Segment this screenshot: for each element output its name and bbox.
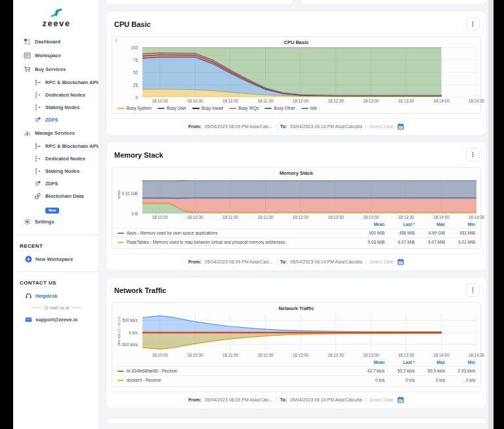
sidebar-item-manage-rpc-blockchain-apis[interactable]: RPC & Blockchain APIs [18,140,94,152]
sidebar-item-buy-staking-nodes[interactable]: Staking Nodes [18,101,94,114]
x-tick-label: 18:12:30 [327,353,344,357]
legend-swatch [117,371,124,372]
helpdesk-link[interactable]: Helpdesk [18,290,94,302]
legend-item[interactable]: Busy User [158,106,186,110]
recent-header: RECENT [18,241,94,253]
sidebar-item-blockchain-data[interactable]: Blockchain Data [18,190,94,202]
select-date-button[interactable]: Select Date: [369,258,404,265]
to-label: To: [280,260,287,264]
panel-menu-button[interactable] [466,148,480,162]
sidebar-item-manage-staking-nodes[interactable]: Staking Nodes [18,165,94,177]
sidebar-item-buy-zdfs[interactable]: ZDFS [18,114,94,126]
panel-header: Memory Stack [114,148,480,162]
zeeve-logo[interactable]: zeeve [18,8,94,28]
stat-value: 453 MiB [445,231,475,235]
memory-chart: Memory Stack bytes 9.31 GiB0 B 18:10:001… [112,167,481,249]
legend-swatch [192,108,200,109]
legend-row[interactable]: Apps - Memory used by user-space applica… [116,228,476,237]
sidebar-item-manage-services[interactable]: Manage Services [18,126,94,140]
sidebar-item-dashboard[interactable]: Dashboard [18,35,94,49]
calendar-icon [397,123,404,130]
network-traffic-panel: Network Traffic Network Traffic bits out… [106,277,487,409]
legend-label: Busy Iowait [201,106,223,110]
legend-row[interactable]: PageTables - Memory used to map between … [116,237,476,246]
manage-icon [24,129,31,137]
legend-swatch [117,380,124,381]
panel-header: CPU Basic [114,17,480,31]
partial-card-bottom [106,417,487,423]
info-icon: i [116,38,117,43]
network-chart: Network Traffic bits out (-) / in (+) 50… [112,302,481,387]
x-tick-label: 18:10:00 [152,215,169,219]
sidebar-item-manage-zdfs[interactable]: ZDFS [18,177,94,190]
new-workspace-button[interactable]: New Workspace [18,253,94,265]
stat-column-header[interactable]: Mean [354,222,385,227]
stat-column-header[interactable]: Last * [385,360,415,365]
sidebar-divider [13,271,98,272]
sidebar-item-buy-services[interactable]: Buy Services [18,62,94,76]
sidebar-item-buy-rpc-blockchain-apis[interactable]: RPC & Blockchain APIs [18,76,94,89]
x-tick-label: 18:14:00 [433,353,450,357]
select-date-button[interactable]: Select Date: [369,123,404,130]
sidebar-item-buy-dedicated-nodes[interactable]: Dedicated Nodes [18,89,94,101]
sidebar-item-label: ZDFS [45,117,58,123]
sidebar-item-manage-dedicated-nodes[interactable]: Dedicated Nodes [18,152,94,165]
logo-text: zeeve [43,18,71,28]
legend-row[interactable]: br-834fe68fae88 - Receive42.7 kb/s50.2 k… [116,366,476,375]
stat-column-header[interactable]: Max [415,222,445,227]
select-date-label: Select Date: [369,124,394,129]
legend-item[interactable]: Busy Other [264,106,295,110]
screen: zeeve DashboardWorkspaceBuy ServicesRPC … [0,0,504,429]
legend-swatch [117,242,124,243]
legend-item[interactable]: Idle [301,106,317,110]
calendar-icon [397,396,404,403]
x-tick-label: 18:12:00 [293,99,309,103]
stat-column-header[interactable]: Mean [354,360,385,365]
x-tick-label: 18:13:00 [363,99,379,103]
y-tick-label: 50 [133,70,138,75]
from-value: 05/04/2023 06:09 PM Asia/Calc... [205,260,273,264]
kebab-icon [469,151,476,158]
x-tick-label: 18:14:00 [433,215,450,219]
panel-menu-button[interactable] [466,283,480,297]
x-tick-label: 18:11:00 [222,215,238,219]
panel-title: Memory Stack [114,151,163,159]
kebab-icon [469,286,476,294]
stat-column-header[interactable]: Min [445,222,475,227]
x-axis-ticks: 18:10:0018:10:3018:11:0018:11:3018:12:00… [142,214,476,220]
sidebar-item-workspace[interactable]: Workspace [18,49,94,62]
stat-column-header[interactable]: Min [445,360,475,365]
legend-item[interactable]: Busy System [117,106,152,110]
plus-circle-icon [25,256,32,263]
partial-card-top-right [300,0,488,5]
stat-column-header[interactable]: Max [415,360,445,365]
gear-icon [24,218,31,225]
x-tick-label: 18:13:30 [398,215,415,219]
x-tick-label: 18:11:00 [222,99,238,103]
partial-card-top-left [106,0,293,5]
panel-footer: From: 05/04/2023 06:09 PM Asia/Calc... T… [112,392,481,405]
legend-item[interactable]: Busy IRQs [229,106,259,110]
y-tick-label: -500 kb/s [121,342,138,347]
panel-menu-button[interactable] [466,17,480,31]
support-email-link[interactable]: support@zeeve.io [18,313,94,326]
scrollbar[interactable] [488,0,494,429]
footer-separator [366,259,366,265]
x-axis-ticks: 18:10:0018:10:3018:11:0018:11:3018:12:00… [142,98,476,104]
sidebar-item-settings[interactable]: Settings [18,215,94,229]
stat-value: 59.5 kb/s [415,369,445,373]
legend-label: Busy System [127,106,152,110]
stat-value: 0 b/s [385,378,415,382]
x-tick-label: 18:13:30 [398,353,415,357]
x-tick-label: 18:11:30 [257,353,273,357]
select-date-button[interactable]: Select Date: [369,396,404,403]
y-tick-label: 500 kb/s [122,318,138,323]
y-tick-label: 0 [135,95,138,100]
to-value: 05/04/2023 06:14 PM Asia/Calcutta [290,260,362,264]
legend-item[interactable]: Busy Iowait [192,106,223,110]
legend-row[interactable]: docker0 - Receive0 b/s0 b/s0 b/s0 b/s [116,375,476,384]
x-tick-label: 18:12:00 [293,353,309,357]
stat-column-header[interactable]: Last * [385,222,415,227]
nodes-icon [34,155,41,162]
sidebar-divider [13,235,98,235]
